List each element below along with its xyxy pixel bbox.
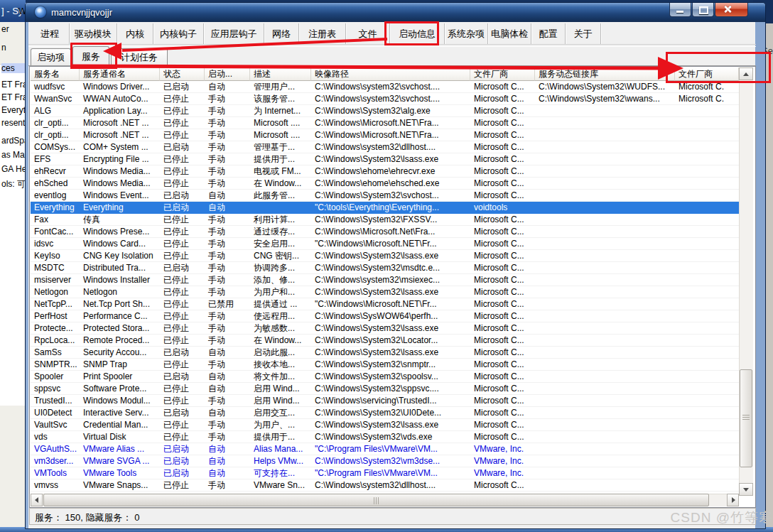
tab-注册表[interactable]: 注册表 [299,23,346,44]
table-cell: "C:\Program Files\VMware\VM... [311,443,470,455]
subtab-服务[interactable]: 服务 [72,46,109,65]
table-row[interactable]: RpcLoca...Remote Proced...已停止手动在 Window.… [31,335,739,347]
table-row[interactable]: UI0DetectInteractive Serv...已启动自动启用交互...… [31,407,739,419]
table-cell: EFS [31,153,80,165]
table-cell: COMSys... [31,141,80,153]
column-header[interactable]: 状态 [160,67,205,81]
tab-内核[interactable]: 内核 [117,23,153,44]
table-row[interactable]: SNMPTR...SNMP Trap已停止手动接收本地...C:\Windows… [31,359,739,371]
table-cell [675,431,739,443]
scroll-right-button[interactable] [727,494,739,506]
scroll-left-button[interactable] [31,494,43,506]
scroll-down-button[interactable] [739,483,753,496]
tab-应用层钩子[interactable]: 应用层钩子 [204,23,264,44]
table-row[interactable]: vdsVirtual Disk已停止手动提供用于...C:\Windows\Sy… [31,431,739,443]
table-cell: Microsoft C... [470,178,535,190]
tab-启动信息[interactable]: 启动信息 [390,23,445,44]
tab-配置[interactable]: 配置 [531,23,566,44]
table-row[interactable]: vmvssVMware Snaps...已停止手动VMware Sn...C:\… [31,479,739,492]
horizontal-scrollbar-thumb[interactable] [43,494,709,506]
vertical-scrollbar-thumb[interactable] [740,369,752,467]
column-header[interactable]: 文件厂商 [675,67,739,81]
table-cell: Netlogon [80,286,160,298]
column-header[interactable]: 文件厂商 [470,67,535,81]
table-row[interactable]: idsvcWindows Card...已停止手动安全启用..."C:\Wind… [31,238,739,250]
table-row[interactable]: msiserverWindows Installer已停止手动添加、修...C:… [31,274,739,286]
table-row[interactable]: NetlogonNetlogon已停止手动为用户和...C:\Windows\S… [31,286,739,298]
tab-内核钩子[interactable]: 内核钩子 [153,23,204,44]
tab-进程[interactable]: 进程 [31,23,70,44]
subtab-计划任务[interactable]: 计划任务 [111,48,168,65]
tab-驱动模块[interactable]: 驱动模块 [70,23,117,44]
table-cell: Microsoft C... [470,298,535,310]
table-row[interactable]: EverythingEverything已启动自动"C:\tools\Every… [31,202,739,214]
table-cell: C:\Windows\system32\svchost.... [311,93,470,105]
column-header[interactable]: 描述 [250,67,311,81]
minimize-button[interactable] [669,3,691,17]
table-row[interactable]: sppsvcSoftware Prote...已停止自动启用 Wind...C:… [31,383,739,395]
table-row[interactable]: eventlogWindows Event...已启动自动此服务管...C:\W… [31,190,739,202]
table-cell: 已启动 [160,443,205,455]
table-row[interactable]: clr_opti...Microsoft .NET ...已停止手动Micros… [31,117,739,129]
table-cell: KeyIso [31,250,80,262]
table-cell: CNG 密钥... [250,250,311,262]
table-cell: 已启动 [160,371,205,383]
table-row[interactable]: VMToolsVMware Tools已启动自动可支持在..."C:\Progr… [31,467,739,479]
table-row[interactable]: ALGApplication Lay...已停止手动为 Internet...C… [31,105,739,117]
table-cell: Microsoft C... [470,431,535,443]
column-header[interactable]: 启动... [205,67,250,81]
table-row[interactable]: MSDTCDistributed Tra...已启动手动协调跨多...C:\Wi… [31,262,739,274]
table-row[interactable]: NetTcpP...Net.Tcp Port Sh...已停止已禁用提供通过 .… [31,298,739,310]
table-row[interactable]: ehSchedWindows Media...已停止手动在 Window...C… [31,178,739,190]
subtab-启动项[interactable]: 启动项 [31,48,71,65]
tab-文件[interactable]: 文件 [346,23,390,44]
table-cell: C:\Windows\system32\dllhost.... [311,141,470,153]
table-row[interactable]: TrustedI...Windows Modul...已停止手动启用 Wind.… [31,395,739,407]
table-cell: 已停止 [160,214,205,226]
table-cell: "C:\tools\Everything\Everything... [311,202,470,214]
table-row[interactable]: WwanSvcWWAN AutoCo...已停止手动该服务管...C:\Wind… [31,93,739,105]
column-header[interactable]: 服务动态链接库 [535,67,675,81]
table-row[interactable]: EFSEncrypting File ...已停止手动提供用于...C:\Win… [31,153,739,165]
tab-网络[interactable]: 网络 [264,23,299,44]
table-cell: 自动 [205,371,250,383]
table-cell: SamSs [31,347,80,359]
column-header[interactable]: 映像路径 [311,67,470,81]
tab-关于[interactable]: 关于 [566,23,601,44]
table-row[interactable]: COMSys...COM+ System ...已启动手动管理基于...C:\W… [31,141,739,153]
table-row[interactable]: VaultSvcCredential Man...已停止手动为用户、...C:\… [31,419,739,431]
table-row[interactable]: clr_opti...Microsoft .NET ...已停止手动Micros… [31,129,739,141]
table-row[interactable]: VGAuthS...VMware Alias ...已启动自动Alias Man… [31,443,739,455]
maximize-button[interactable] [692,3,714,17]
table-cell [535,322,675,335]
table-row[interactable]: SamSsSecurity Accou...已启动自动启动此服...C:\Win… [31,347,739,359]
table-row[interactable]: wudfsvcWindows Driver...已启动自动管理用户...C:\W… [31,81,739,93]
table-cell [535,274,675,286]
titlebar[interactable]: mamcvnjjqvojjr [26,3,765,22]
column-header[interactable]: 服务通俗名 [80,67,160,81]
tab-系统杂项[interactable]: 系统杂项 [445,23,488,44]
table-cell: Microsoft C... [470,335,535,347]
table-cell: 提供通过 ... [250,298,311,310]
table-row[interactable]: PerfHostPerformance C...已停止手动使远程用...C:\W… [31,310,739,322]
table-cell: PerfHost [31,310,80,322]
table-row[interactable]: Protecte...Protected Stora...已停止手动为敏感数..… [31,322,739,335]
table-cell: Microsoft C... [470,310,535,322]
table-row[interactable]: FontCac...Windows Prese...已停止手动通过缓存...C:… [31,226,739,238]
table-cell: FontCac... [31,226,80,238]
table-cell: Microsoft C... [470,117,535,129]
table-cell: Interactive Serv... [80,407,160,419]
tab-电脑体检[interactable]: 电脑体检 [488,23,531,44]
table-row[interactable]: Fax传真已停止手动利用计算...C:\Windows\System32\FXS… [31,214,739,226]
table-row[interactable]: SpoolerPrint Spooler已启动自动将文件加...C:\Windo… [31,371,739,383]
scroll-up-button[interactable] [739,67,753,80]
table-cell: 管理基于... [250,141,311,153]
column-header[interactable]: 服务名 [31,67,80,81]
table-row[interactable]: ehRecvrWindows Media...已停止手动电视或 FM...C:\… [31,165,739,178]
table-row[interactable]: KeyIsoCNG Key Isolation已停止手动CNG 密钥...C:\… [31,250,739,262]
close-button[interactable] [715,3,748,17]
table-row[interactable]: vm3dser...VMware SVGA ...已启动自动Helps VMw.… [31,455,739,467]
table-cell [675,467,739,479]
table-cell: Microsoft C... [470,93,535,105]
table-cell: C:\Windows\System32\msdtc.e... [311,262,470,274]
